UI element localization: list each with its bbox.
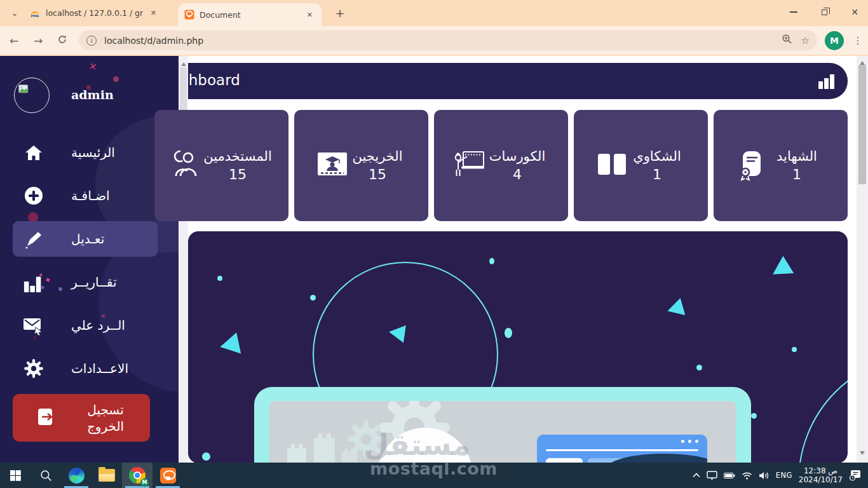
decor-ring (798, 354, 848, 463)
sidebar-item-add[interactable]: اضـافـة (0, 178, 179, 214)
gear-icon (23, 358, 44, 379)
sidebar-item-edit[interactable]: تعـديل (13, 221, 158, 257)
action-center-icon[interactable] (849, 470, 862, 481)
new-tab-button[interactable]: + (332, 5, 348, 22)
taskbar-file-explorer[interactable] (92, 463, 122, 488)
card-users[interactable]: المستخدمين 15 (154, 110, 288, 221)
start-button[interactable] (0, 463, 31, 488)
decor-dot (310, 295, 316, 301)
wifi-icon[interactable] (742, 471, 752, 480)
stat-cards-row: المستخدمين 15 الخريجين (188, 110, 848, 221)
magnifier-plus-icon (782, 34, 792, 44)
back-button[interactable]: ← (4, 30, 24, 51)
forward-button[interactable]: → (28, 30, 48, 51)
bar-chart-icon (23, 271, 44, 294)
card-graduates[interactable]: الخريجين 15 (294, 110, 428, 221)
card-courses[interactable]: الكورسات 4 (434, 110, 568, 221)
decor-dot (696, 365, 702, 370)
tab-title: localhost / 127.0.0.1 / graduate… (46, 8, 143, 18)
sidebar-item-label: الــرد علي (71, 318, 125, 333)
card-certificates[interactable]: الشهايد 1 (714, 110, 848, 221)
sidebar-item-settings[interactable]: الاعــدادات (0, 351, 179, 386)
tab-close-icon[interactable]: ✕ (304, 10, 315, 20)
tab-strip: ⌄ PMA localhost / 127.0.0.1 / graduate… … (0, 0, 868, 26)
scrollbar-thumb[interactable] (858, 65, 866, 184)
card-label: الكورسات (479, 149, 555, 164)
bookmark-star-icon[interactable]: ☆ (801, 35, 810, 46)
decor-triangle (665, 298, 686, 320)
taskbar-search-button[interactable] (31, 463, 61, 488)
time: 12:38 ص (799, 466, 843, 475)
taskbar-edge[interactable] (61, 463, 92, 488)
site-info-icon[interactable]: i (86, 36, 97, 46)
phpmyadmin-icon: PMA (29, 8, 41, 18)
taskbar-clock[interactable]: 12:38 ص 2024/10/17 (799, 466, 843, 484)
card-text: الخريجين 15 (339, 149, 416, 182)
sidebar-profile: admin (0, 75, 179, 116)
watermark-arabic: مستقل (363, 428, 470, 462)
logout-label: تسجيل الخروج (74, 402, 137, 435)
file-explorer-icon (98, 469, 115, 482)
window-dots (681, 440, 698, 443)
edge-icon (69, 468, 85, 484)
sidebar-item-reply[interactable]: الــرد علي (0, 308, 179, 343)
tab-search-chevron-icon[interactable]: ⌄ (8, 7, 22, 20)
decor-dot (489, 258, 494, 264)
plus-circle-icon (23, 186, 44, 205)
zoom-icon[interactable] (782, 34, 792, 47)
card-complaints[interactable]: الشكاوي 1 (574, 110, 708, 221)
card-value: 1 (619, 166, 695, 182)
tab-document-active[interactable]: Document ✕ (178, 3, 322, 26)
decor-triangle (388, 323, 406, 342)
taskbar-chrome[interactable]: M (122, 463, 153, 488)
sidebar-item-home[interactable]: الرئيسية (0, 135, 179, 170)
address-bar[interactable]: i localhost/d/admin.php ☆ (79, 30, 817, 50)
laptop-screen: مستقل (269, 401, 736, 463)
reload-button[interactable] (52, 30, 72, 51)
language-indicator[interactable]: ENG (776, 471, 792, 480)
date: 2024/10/17 (799, 475, 843, 484)
scroll-up-arrow[interactable] (860, 58, 865, 65)
window-close-button[interactable]: ✕ (845, 3, 864, 21)
logout-button[interactable]: تسجيل الخروج (13, 394, 150, 442)
web-page: ✕ ✕ ✕ admin الرئيسية (0, 56, 868, 463)
decor-dot (217, 276, 222, 281)
page-title: Dashboard (188, 72, 240, 88)
url-text[interactable]: localhost/d/admin.php (104, 36, 773, 46)
decor-wave (607, 454, 707, 463)
cast-display-icon[interactable] (707, 471, 717, 480)
window-restore-button[interactable] (815, 3, 834, 21)
hidden-icons-chevron[interactable] (693, 473, 700, 478)
windows-taskbar: M ENG 12:38 ص 2024/10/17 (0, 463, 868, 488)
username: admin (71, 88, 114, 102)
decor-dot (792, 347, 797, 352)
sidebar-item-reports[interactable]: تقــاريــر (0, 264, 179, 300)
scroll-down-arrow[interactable] (860, 451, 865, 458)
browser-scrollbar[interactable] (857, 56, 868, 463)
sidebar-item-label: الرئيسية (71, 145, 115, 160)
bar-chart-icon (817, 72, 836, 93)
taskbar-apps: M (0, 463, 183, 488)
pencil-icon (23, 229, 44, 248)
window-minimize-button[interactable] (784, 3, 803, 21)
window-controls: ✕ (784, 3, 864, 22)
svg-text:PMA: PMA (31, 14, 39, 18)
tab-close-icon[interactable]: ✕ (148, 8, 159, 18)
tab-title: Document (200, 10, 299, 20)
browser-menu-icon[interactable]: ⋮ (850, 35, 865, 46)
home-icon (23, 144, 44, 161)
decor-dot (505, 328, 512, 338)
mail-reply-icon (23, 315, 44, 336)
profile-badge: M (140, 478, 149, 487)
dashboard-header: Dashboard (188, 63, 848, 99)
scroll-up-arrow[interactable] (181, 60, 186, 66)
tab-phpmyadmin[interactable]: PMA localhost / 127.0.0.1 / graduate… ✕ (23, 0, 165, 26)
card-text: المستخدمين 15 (200, 149, 276, 182)
card-text: الشهايد 1 (759, 149, 835, 182)
browser-profile-avatar[interactable]: M (825, 31, 844, 50)
decor-x: ✕ (88, 60, 98, 73)
volume-icon[interactable] (759, 471, 770, 480)
battery-icon[interactable] (724, 472, 735, 479)
taskbar-xampp[interactable] (153, 463, 183, 488)
decor-triangle (218, 332, 241, 357)
